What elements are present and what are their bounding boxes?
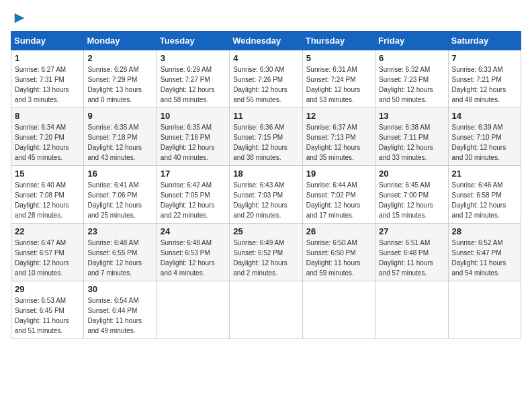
day-detail: Sunrise: 6:35 AMSunset: 7:16 PMDaylight:…: [161, 124, 215, 161]
day-detail: Sunrise: 6:48 AMSunset: 6:55 PMDaylight:…: [87, 239, 142, 277]
day-number: 22: [15, 226, 80, 236]
calendar-cell: 15 Sunrise: 6:40 AMSunset: 7:08 PMDaylig…: [11, 166, 84, 224]
day-number: 14: [452, 111, 517, 121]
day-number: 27: [379, 226, 444, 236]
calendar-cell: 7 Sunrise: 6:33 AMSunset: 7:21 PMDayligh…: [448, 50, 521, 108]
calendar-header: SundayMondayTuesdayWednesdayThursdayFrid…: [11, 32, 521, 50]
calendar-cell: 20 Sunrise: 6:45 AMSunset: 7:00 PMDaylig…: [375, 166, 448, 224]
day-number: 25: [233, 226, 298, 236]
day-detail: Sunrise: 6:31 AMSunset: 7:24 PMDaylight:…: [306, 66, 361, 103]
logo-icon: [12, 11, 27, 26]
calendar-cell: 5 Sunrise: 6:31 AMSunset: 7:24 PMDayligh…: [302, 50, 375, 108]
day-detail: Sunrise: 6:28 AMSunset: 7:29 PMDaylight:…: [87, 66, 142, 103]
calendar-cell: 2 Sunrise: 6:28 AMSunset: 7:29 PMDayligh…: [84, 50, 157, 108]
calendar-cell: [230, 281, 302, 339]
day-number: 19: [306, 169, 371, 179]
calendar-table: SundayMondayTuesdayWednesdayThursdayFrid…: [11, 31, 521, 339]
calendar-cell: 24 Sunrise: 6:48 AMSunset: 6:53 PMDaylig…: [157, 224, 229, 281]
day-detail: Sunrise: 6:34 AMSunset: 7:20 PMDaylight:…: [15, 124, 69, 161]
calendar-cell: 25 Sunrise: 6:49 AMSunset: 6:52 PMDaylig…: [230, 224, 302, 281]
day-detail: Sunrise: 6:43 AMSunset: 7:03 PMDaylight:…: [233, 181, 287, 219]
day-number: 10: [161, 111, 226, 121]
calendar-cell: 19 Sunrise: 6:44 AMSunset: 7:02 PMDaylig…: [302, 166, 375, 224]
day-detail: Sunrise: 6:35 AMSunset: 7:18 PMDaylight:…: [87, 124, 142, 161]
day-detail: Sunrise: 6:27 AMSunset: 7:31 PMDaylight:…: [15, 66, 69, 103]
calendar-cell: 22 Sunrise: 6:47 AMSunset: 6:57 PMDaylig…: [11, 224, 84, 281]
day-detail: Sunrise: 6:50 AMSunset: 6:50 PMDaylight:…: [306, 239, 361, 277]
calendar-cell: 11 Sunrise: 6:36 AMSunset: 7:15 PMDaylig…: [230, 108, 302, 166]
day-number: 26: [306, 226, 371, 236]
day-detail: Sunrise: 6:48 AMSunset: 6:53 PMDaylight:…: [161, 239, 215, 277]
day-number: 30: [87, 284, 152, 294]
calendar-cell: 13 Sunrise: 6:38 AMSunset: 7:11 PMDaylig…: [375, 108, 448, 166]
calendar-cell: 1 Sunrise: 6:27 AMSunset: 7:31 PMDayligh…: [11, 50, 84, 108]
day-detail: Sunrise: 6:44 AMSunset: 7:02 PMDaylight:…: [306, 181, 361, 219]
calendar-cell: 21 Sunrise: 6:46 AMSunset: 6:58 PMDaylig…: [448, 166, 521, 224]
calendar-cell: 4 Sunrise: 6:30 AMSunset: 7:26 PMDayligh…: [230, 50, 302, 108]
calendar-cell: 17 Sunrise: 6:42 AMSunset: 7:05 PMDaylig…: [157, 166, 229, 224]
day-number: 11: [233, 111, 298, 121]
day-number: 16: [87, 169, 152, 179]
day-detail: Sunrise: 6:42 AMSunset: 7:05 PMDaylight:…: [161, 181, 215, 219]
calendar-cell: 29 Sunrise: 6:53 AMSunset: 6:45 PMDaylig…: [11, 281, 84, 339]
calendar-cell: 8 Sunrise: 6:34 AMSunset: 7:20 PMDayligh…: [11, 108, 84, 166]
day-detail: Sunrise: 6:37 AMSunset: 7:13 PMDaylight:…: [306, 124, 361, 161]
calendar-week-5: 29 Sunrise: 6:53 AMSunset: 6:45 PMDaylig…: [11, 281, 521, 339]
calendar-cell: 6 Sunrise: 6:32 AMSunset: 7:23 PMDayligh…: [375, 50, 448, 108]
calendar-week-2: 8 Sunrise: 6:34 AMSunset: 7:20 PMDayligh…: [11, 108, 521, 166]
calendar-cell: 30 Sunrise: 6:54 AMSunset: 6:44 PMDaylig…: [84, 281, 157, 339]
calendar-cell: 16 Sunrise: 6:41 AMSunset: 7:06 PMDaylig…: [84, 166, 157, 224]
day-number: 4: [233, 53, 298, 63]
calendar-week-1: 1 Sunrise: 6:27 AMSunset: 7:31 PMDayligh…: [11, 50, 521, 108]
day-detail: Sunrise: 6:29 AMSunset: 7:27 PMDaylight:…: [161, 66, 215, 103]
day-number: 9: [87, 111, 152, 121]
day-number: 21: [452, 169, 517, 179]
day-number: 13: [379, 111, 444, 121]
column-header-tuesday: Tuesday: [157, 32, 229, 50]
day-detail: Sunrise: 6:46 AMSunset: 6:58 PMDaylight:…: [452, 181, 506, 219]
calendar-cell: 23 Sunrise: 6:48 AMSunset: 6:55 PMDaylig…: [84, 224, 157, 281]
day-detail: Sunrise: 6:47 AMSunset: 6:57 PMDaylight:…: [15, 239, 69, 277]
day-detail: Sunrise: 6:36 AMSunset: 7:15 PMDaylight:…: [233, 124, 287, 161]
column-header-thursday: Thursday: [302, 32, 375, 50]
column-header-friday: Friday: [375, 32, 448, 50]
calendar-cell: 27 Sunrise: 6:51 AMSunset: 6:48 PMDaylig…: [375, 224, 448, 281]
column-header-saturday: Saturday: [448, 32, 521, 50]
logo: [11, 11, 27, 26]
day-number: 15: [15, 169, 80, 179]
day-detail: Sunrise: 6:52 AMSunset: 6:47 PMDaylight:…: [452, 239, 506, 277]
day-number: 6: [379, 53, 444, 63]
day-detail: Sunrise: 6:39 AMSunset: 7:10 PMDaylight:…: [452, 124, 506, 161]
day-detail: Sunrise: 6:49 AMSunset: 6:52 PMDaylight:…: [233, 239, 287, 277]
calendar-cell: 3 Sunrise: 6:29 AMSunset: 7:27 PMDayligh…: [157, 50, 229, 108]
calendar-cell: [375, 281, 448, 339]
day-detail: Sunrise: 6:54 AMSunset: 6:44 PMDaylight:…: [87, 297, 142, 334]
day-detail: Sunrise: 6:32 AMSunset: 7:23 PMDaylight:…: [379, 66, 433, 103]
day-detail: Sunrise: 6:45 AMSunset: 7:00 PMDaylight:…: [379, 181, 433, 219]
day-number: 17: [161, 169, 226, 179]
day-number: 8: [15, 111, 80, 121]
day-number: 18: [233, 169, 298, 179]
day-number: 20: [379, 169, 444, 179]
day-detail: Sunrise: 6:41 AMSunset: 7:06 PMDaylight:…: [87, 181, 142, 219]
calendar-cell: 14 Sunrise: 6:39 AMSunset: 7:10 PMDaylig…: [448, 108, 521, 166]
calendar-cell: 28 Sunrise: 6:52 AMSunset: 6:47 PMDaylig…: [448, 224, 521, 281]
day-number: 29: [15, 284, 80, 294]
calendar-cell: 10 Sunrise: 6:35 AMSunset: 7:16 PMDaylig…: [157, 108, 229, 166]
calendar-cell: [302, 281, 375, 339]
day-number: 23: [87, 226, 152, 236]
calendar-cell: [157, 281, 229, 339]
day-detail: Sunrise: 6:40 AMSunset: 7:08 PMDaylight:…: [15, 181, 69, 219]
calendar-week-4: 22 Sunrise: 6:47 AMSunset: 6:57 PMDaylig…: [11, 224, 521, 281]
calendar-cell: 26 Sunrise: 6:50 AMSunset: 6:50 PMDaylig…: [302, 224, 375, 281]
day-number: 2: [87, 53, 152, 63]
day-detail: Sunrise: 6:51 AMSunset: 6:48 PMDaylight:…: [379, 239, 433, 277]
day-detail: Sunrise: 6:30 AMSunset: 7:26 PMDaylight:…: [233, 66, 287, 103]
page-header: [11, 11, 521, 26]
calendar-cell: [448, 281, 521, 339]
svg-marker-0: [15, 13, 25, 24]
column-header-sunday: Sunday: [11, 32, 84, 50]
day-number: 5: [306, 53, 371, 63]
day-detail: Sunrise: 6:53 AMSunset: 6:45 PMDaylight:…: [15, 297, 69, 334]
day-number: 24: [161, 226, 226, 236]
